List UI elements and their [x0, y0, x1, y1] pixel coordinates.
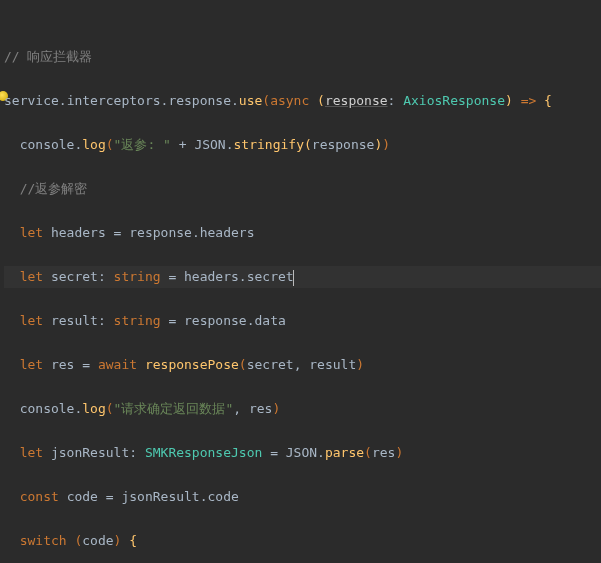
- code-line: let headers = response.headers: [4, 222, 601, 244]
- code-line: let result: string = response.data: [4, 310, 601, 332]
- code-line-active: let secret: string = headers.secret: [4, 266, 601, 288]
- text-caret: [293, 270, 294, 286]
- code-line: const code = jsonResult.code: [4, 486, 601, 508]
- code-line: let jsonResult: SMKResponseJson = JSON.p…: [4, 442, 601, 464]
- code-line: let res = await responsePose(secret, res…: [4, 354, 601, 376]
- code-line: service.interceptors.response.use(async …: [4, 90, 601, 112]
- code-line: console.log("请求确定返回数据", res): [4, 398, 601, 420]
- code-editor[interactable]: // 响应拦截器 service.interceptors.response.u…: [0, 0, 601, 563]
- code-line: console.log("返参: " + JSON.stringify(resp…: [4, 134, 601, 156]
- code-line: // 响应拦截器: [4, 46, 601, 68]
- code-line: switch (code) {: [4, 530, 601, 552]
- code-line: //返参解密: [4, 178, 601, 200]
